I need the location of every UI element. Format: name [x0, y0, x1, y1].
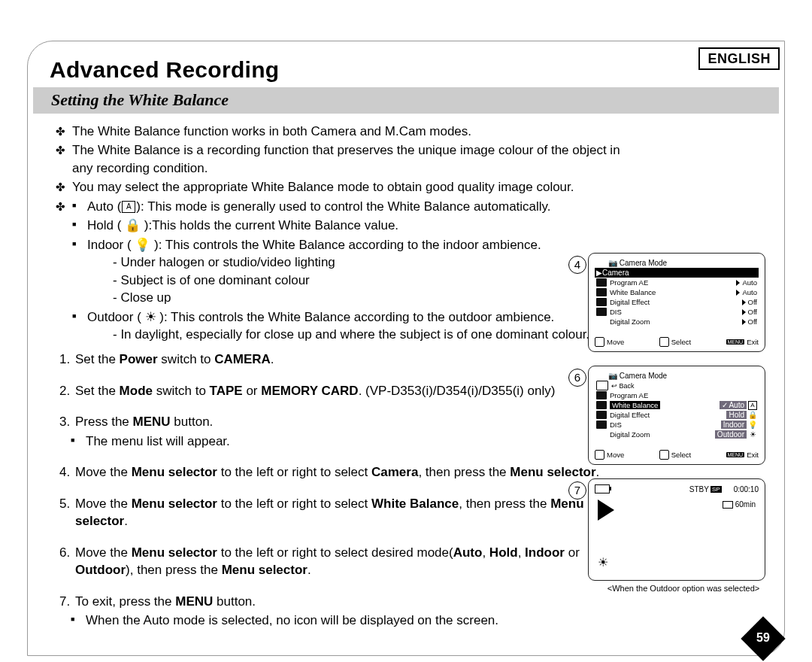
page-number-badge: 59 [747, 623, 779, 654]
screen-4: 4 📷 Camera Mode ▶Camera Program AEAuto W… [588, 253, 779, 352]
intro-item-modes: Auto (A): This mode is generally used to… [56, 198, 627, 344]
step-6: Move the Menu selector to the left or ri… [74, 544, 627, 579]
mode-outdoor: Outdoor ( ☀ ): This controls the White B… [72, 308, 627, 344]
time-counter: 0:00:10 [734, 485, 759, 493]
intro-item: The White Balance function works in both… [56, 123, 627, 140]
step-7: To exit, press the MENU button. When the… [74, 593, 627, 630]
step-2: Set the Mode switch to TAPE or MEMORY CA… [74, 382, 627, 399]
language-badge: ENGLISH [698, 47, 780, 70]
row-icon [596, 278, 607, 287]
screen-7: 7 STBY SP 0:00:10 60min ☀ <When the Outd… [588, 478, 779, 593]
intro-item: You may select the appropriate White Bal… [56, 178, 627, 196]
screen-4-title: 📷 Camera Mode [595, 259, 759, 267]
screen-6-footer: Move Select MENUExit [595, 450, 759, 460]
battery-icon [595, 484, 610, 493]
intro-list: The White Balance function works in both… [56, 123, 627, 343]
screen-7-number: 7 [568, 481, 586, 500]
mode-indoor: Indoor ( 💡 ): This controls the White Ba… [72, 236, 627, 307]
play-icon [598, 500, 614, 521]
tape-icon [723, 501, 733, 509]
page-title: Advanced Recording [29, 29, 783, 87]
section-subhead: Setting the White Balance [33, 87, 779, 114]
remain-label: 60min [735, 500, 756, 509]
step-4: Move the Menu selector to the left or ri… [74, 463, 627, 481]
step-3: Press the MENU button. The menu list wil… [74, 413, 627, 450]
mode-auto: Auto (A): This mode is generally used to… [72, 198, 627, 215]
step-7-sub: When the Auto mode is selected, no icon … [71, 612, 627, 629]
screen-6: 6 📷 Camera Mode ↩ Back Program AE White … [588, 366, 779, 465]
outdoor-sublist: In daylight, especially for close up and… [87, 326, 627, 343]
screen-4-highlight: ▶Camera [595, 268, 759, 278]
screen-7-caption: <When the Outdoor option was selected> [588, 584, 779, 593]
body-content: The White Balance function works in both… [29, 123, 633, 629]
intro-item: The White Balance is a recording functio… [56, 141, 627, 177]
screen-4-footer: Move Select MENUExit [595, 337, 759, 347]
sp-badge: SP [710, 486, 722, 493]
screens-column: 4 📷 Camera Mode ▶Camera Program AEAuto W… [588, 253, 779, 606]
stby-label: STBY [689, 485, 709, 493]
outdoor-icon: ☀ [598, 555, 608, 569]
step-5: Move the Menu selector to the left or ri… [74, 495, 627, 530]
step-1: Set the Power switch to CAMERA. [74, 351, 627, 368]
step-3-sub: The menu list will appear. [71, 433, 627, 450]
screen-6-title: 📷 Camera Mode [595, 372, 759, 380]
indoor-sublist: Under halogen or studio/video lighting S… [87, 254, 627, 306]
auto-icon: A [122, 201, 135, 213]
mode-hold: Hold ( 🔒 ):This holds the current White … [72, 217, 627, 234]
screen-4-number: 4 [568, 256, 586, 274]
steps-list: Set the Power switch to CAMERA. Set the … [56, 351, 627, 629]
screen-6-number: 6 [568, 369, 586, 387]
